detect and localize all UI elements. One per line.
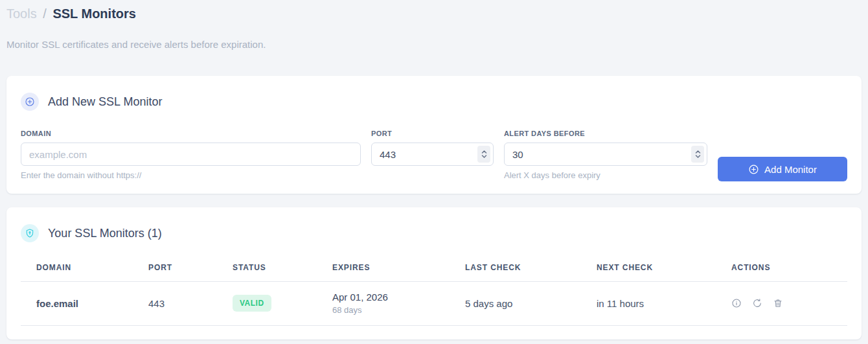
- column-header-domain: DOMAIN: [21, 252, 148, 282]
- domain-helper-text: Enter the domain without https://: [21, 170, 361, 180]
- info-icon[interactable]: [731, 298, 742, 308]
- status-badge: VALID: [233, 295, 271, 312]
- monitors-list-card: Your SSL Monitors (1) DOMAIN PORT STATUS…: [6, 207, 862, 339]
- cell-actions: [731, 282, 847, 326]
- domain-input[interactable]: [21, 143, 361, 166]
- ssl-monitors-page: Tools / SSL Monitors Monitor SSL certifi…: [0, 0, 868, 339]
- port-stepper[interactable]: [477, 146, 490, 163]
- add-monitor-form: DOMAIN Enter the domain without https://…: [21, 129, 847, 181]
- monitors-table: DOMAIN PORT STATUS EXPIRES LAST CHECK NE…: [21, 252, 847, 326]
- plus-circle-icon: [21, 93, 39, 111]
- refresh-icon[interactable]: [752, 298, 762, 308]
- alert-days-helper-text: Alert X days before expiry: [504, 170, 707, 180]
- shield-icon: [21, 224, 39, 242]
- cell-last-check: 5 days ago: [465, 282, 597, 326]
- port-input[interactable]: [371, 143, 494, 166]
- breadcrumb-tools-link[interactable]: Tools: [6, 6, 37, 21]
- add-monitor-card: Add New SSL Monitor DOMAIN Enter the dom…: [6, 76, 862, 194]
- column-header-port: PORT: [148, 252, 233, 282]
- domain-field-group: DOMAIN Enter the domain without https://: [21, 129, 361, 180]
- port-field-group: PORT: [371, 129, 494, 166]
- cell-next-check: in 11 hours: [597, 282, 731, 326]
- add-monitor-card-header: Add New SSL Monitor: [21, 93, 847, 111]
- alert-days-label: ALERT DAYS BEFORE: [504, 129, 707, 138]
- page-title: SSL Monitors: [52, 6, 136, 21]
- page-subtitle: Monitor SSL certificates and receive ale…: [6, 39, 862, 50]
- column-header-expires: EXPIRES: [332, 252, 465, 282]
- column-header-actions: ACTIONS: [731, 252, 847, 282]
- add-monitor-button-label: Add Monitor: [764, 164, 817, 175]
- cell-domain: foe.email: [21, 282, 148, 326]
- table-row: foe.email 443 VALID Apr 01, 2026 68 days…: [21, 282, 847, 326]
- alert-days-field-group: ALERT DAYS BEFORE Alert X days before ex…: [504, 129, 707, 180]
- domain-label: DOMAIN: [21, 129, 361, 138]
- column-header-next-check: NEXT CHECK: [597, 252, 731, 282]
- monitors-card-title: Your SSL Monitors (1): [48, 227, 162, 240]
- cell-status: VALID: [233, 282, 332, 326]
- plus-circle-icon: [748, 164, 759, 175]
- column-header-last-check: LAST CHECK: [465, 252, 597, 282]
- cell-port: 443: [148, 282, 233, 326]
- alert-days-input[interactable]: [504, 143, 707, 166]
- monitors-card-header: Your SSL Monitors (1): [21, 224, 847, 242]
- breadcrumb: Tools / SSL Monitors: [6, 5, 862, 22]
- add-monitor-card-title: Add New SSL Monitor: [48, 95, 162, 109]
- trash-icon[interactable]: [773, 298, 783, 308]
- cell-expires: Apr 01, 2026 68 days: [332, 282, 465, 326]
- breadcrumb-separator: /: [40, 6, 49, 21]
- column-header-status: STATUS: [233, 252, 332, 282]
- alert-days-stepper[interactable]: [691, 146, 704, 163]
- table-header-row: DOMAIN PORT STATUS EXPIRES LAST CHECK NE…: [21, 252, 847, 282]
- expires-days-remaining: 68 days: [332, 305, 465, 315]
- port-label: PORT: [371, 129, 494, 138]
- expires-date: Apr 01, 2026: [332, 292, 465, 303]
- add-monitor-button[interactable]: Add Monitor: [718, 157, 847, 181]
